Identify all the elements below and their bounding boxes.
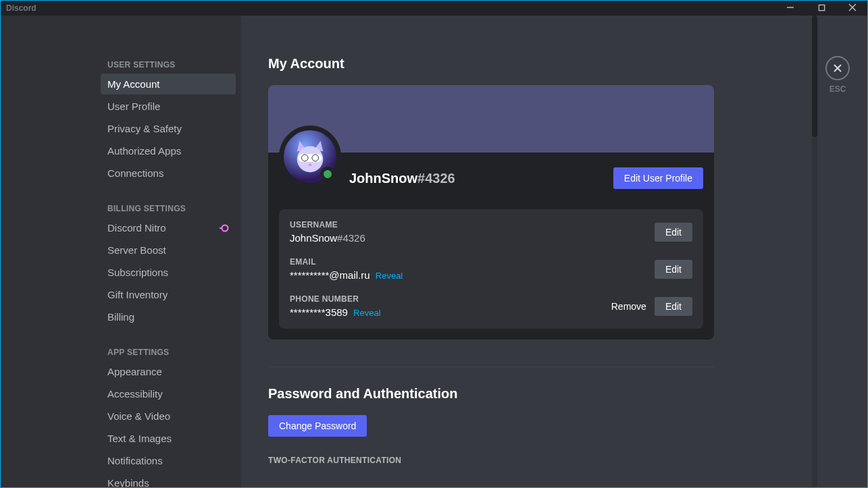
edit-username-button[interactable]: Edit xyxy=(655,223,692,242)
scrollbar-thumb[interactable] xyxy=(812,16,817,137)
username-value: JohnSnow#4326 xyxy=(290,232,655,244)
sidebar-item-server-boost[interactable]: Server Boost xyxy=(101,240,236,261)
svg-rect-1 xyxy=(819,5,824,10)
close-window-button[interactable] xyxy=(843,3,862,13)
sidebar-item-gift-inventory[interactable]: Gift Inventory xyxy=(101,284,236,305)
left-margin xyxy=(1,16,95,487)
minimize-button[interactable] xyxy=(781,3,800,13)
nitro-icon xyxy=(218,223,229,234)
two-factor-header: TWO-FACTOR AUTHENTICATION xyxy=(268,456,714,465)
content-area: My Account xyxy=(241,16,817,487)
sidebar-item-voice-video[interactable]: Voice & Video xyxy=(101,406,236,427)
reveal-email-link[interactable]: Reveal xyxy=(376,271,403,281)
sidebar-item-billing[interactable]: Billing xyxy=(101,306,236,327)
avatar[interactable] xyxy=(279,126,341,188)
sidebar-header-app-settings: APP SETTINGS xyxy=(101,344,236,361)
esc-label: ESC xyxy=(829,84,846,94)
sidebar-item-notifications[interactable]: Notifications xyxy=(101,450,236,471)
sidebar-item-my-account[interactable]: My Account xyxy=(101,74,236,94)
reveal-phone-link[interactable]: Reveal xyxy=(353,308,380,318)
maximize-button[interactable] xyxy=(812,3,831,13)
sidebar-item-privacy-safety[interactable]: Privacy & Safety xyxy=(101,118,236,139)
sidebar-item-accessibility[interactable]: Accessibility xyxy=(101,383,236,404)
username-label: USERNAME xyxy=(290,220,655,229)
remove-phone-button[interactable]: Remove xyxy=(603,297,655,316)
edit-email-button[interactable]: Edit xyxy=(655,260,692,279)
close-column: ESC xyxy=(817,16,858,487)
edit-user-profile-button[interactable]: Edit User Profile xyxy=(613,167,703,189)
sidebar-item-discord-nitro[interactable]: Discord Nitro xyxy=(101,217,236,238)
titlebar: Discord xyxy=(1,1,867,16)
svg-point-9 xyxy=(301,155,308,161)
sidebar-header-user-settings: USER SETTINGS xyxy=(101,56,236,74)
sidebar-header-billing-settings: BILLING SETTINGS xyxy=(101,200,236,217)
svg-point-4 xyxy=(222,225,228,231)
svg-point-10 xyxy=(312,155,319,161)
close-settings-button[interactable] xyxy=(825,56,850,80)
phone-value: *********3589 Reveal xyxy=(290,306,603,318)
sidebar-item-user-profile[interactable]: User Profile xyxy=(101,96,236,117)
edit-phone-button[interactable]: Edit xyxy=(655,297,692,316)
sidebar-item-authorized-apps[interactable]: Authorized Apps xyxy=(101,140,236,161)
sidebar-item-text-images[interactable]: Text & Images xyxy=(101,428,236,449)
close-icon xyxy=(832,62,844,74)
window-title: Discord xyxy=(6,3,36,13)
sidebar-item-subscriptions[interactable]: Subscriptions xyxy=(101,262,236,283)
settings-sidebar: USER SETTINGS My Account User Profile Pr… xyxy=(95,16,241,487)
email-value: **********@mail.ru Reveal xyxy=(290,269,655,281)
right-margin xyxy=(858,16,867,487)
profile-card: JohnSnow#4326 Edit User Profile USERNAME… xyxy=(268,85,714,340)
status-online-icon xyxy=(320,167,335,182)
page-title: My Account xyxy=(268,56,714,72)
sidebar-item-connections[interactable]: Connections xyxy=(101,163,236,184)
email-label: EMAIL xyxy=(290,257,655,267)
divider xyxy=(268,367,714,367)
sidebar-item-keybinds[interactable]: Keybinds xyxy=(101,472,236,487)
sidebar-item-appearance[interactable]: Appearance xyxy=(101,361,236,382)
account-fields: USERNAME JohnSnow#4326 Edit EMAIL ******… xyxy=(279,209,703,329)
password-section-title: Password and Authentication xyxy=(268,386,714,402)
change-password-button[interactable]: Change Password xyxy=(268,415,367,437)
scrollbar-track[interactable] xyxy=(812,16,817,487)
phone-label: PHONE NUMBER xyxy=(290,294,603,304)
profile-username: JohnSnow#4326 xyxy=(349,171,455,186)
